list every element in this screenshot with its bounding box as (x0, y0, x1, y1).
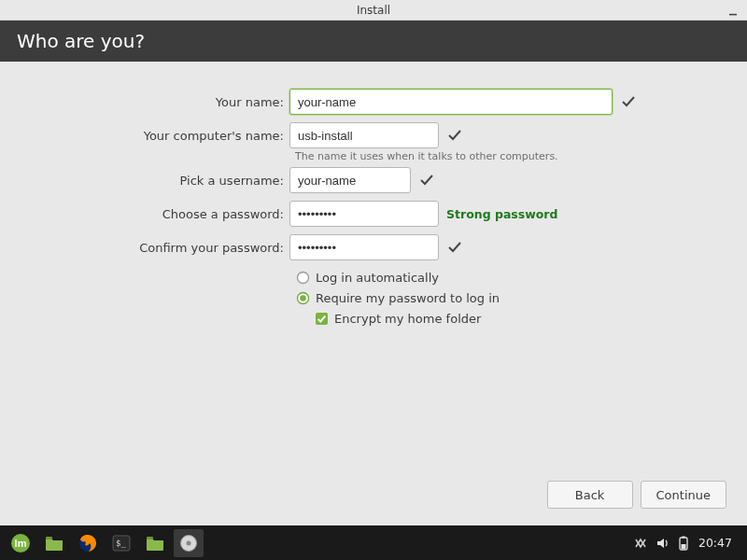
label-name: Your name: (24, 95, 289, 109)
page-title: Who are you? (17, 30, 145, 52)
check-icon (418, 172, 435, 189)
titlebar: Install _ (0, 0, 747, 21)
svg-point-0 (297, 272, 308, 283)
svg-rect-10 (147, 537, 153, 539)
label-pass2: Confirm your password: (24, 241, 289, 255)
svg-rect-14 (682, 536, 684, 538)
option-encrypt-home-label: Encrypt my home folder (334, 312, 481, 326)
label-user: Pick a username: (24, 174, 289, 188)
terminal-icon[interactable]: $_ (106, 529, 136, 557)
page-header: Who are you? (0, 21, 747, 62)
svg-point-2 (300, 295, 306, 301)
network-icon[interactable] (633, 537, 648, 550)
check-icon (446, 239, 463, 256)
password-field[interactable] (289, 201, 439, 227)
username-field[interactable] (289, 167, 411, 193)
computer-name-field[interactable] (289, 122, 439, 148)
minimize-icon[interactable]: _ (726, 3, 740, 16)
check-icon (446, 127, 463, 144)
svg-point-12 (187, 540, 191, 545)
form-area: Your name: Your computer's name: The nam… (0, 62, 747, 525)
volume-icon[interactable] (655, 537, 670, 550)
radio-auto-login[interactable] (295, 270, 310, 285)
confirm-password-field[interactable] (289, 234, 439, 260)
option-require-password-label: Require my password to log in (316, 291, 500, 305)
battery-icon[interactable] (678, 536, 689, 551)
password-strength: Strong password (446, 207, 557, 221)
label-pass: Choose a password: (24, 207, 289, 221)
files-icon-alt[interactable] (140, 529, 170, 557)
continue-button[interactable]: Continue (641, 481, 726, 509)
back-button[interactable]: Back (547, 481, 633, 509)
host-hint: The name it uses when it talks to other … (295, 149, 558, 162)
name-field[interactable] (289, 89, 613, 115)
footer-buttons: Back Continue (547, 481, 726, 509)
check-icon (620, 93, 637, 110)
svg-text:$_: $_ (116, 539, 126, 548)
installer-task-icon[interactable] (174, 529, 204, 557)
taskbar: lm $_ (0, 525, 747, 560)
window-title: Install (357, 4, 390, 17)
mint-menu-icon[interactable]: lm (6, 529, 35, 557)
files-icon[interactable] (39, 529, 69, 557)
checkbox-encrypt-home[interactable] (314, 311, 329, 326)
radio-require-password[interactable] (295, 290, 310, 305)
svg-text:lm: lm (15, 538, 27, 549)
clock[interactable]: 20:47 (697, 536, 738, 550)
option-auto-login-label: Log in automatically (316, 271, 439, 285)
label-host: Your computer's name: (24, 129, 289, 143)
svg-rect-15 (681, 544, 685, 549)
svg-rect-6 (46, 537, 52, 539)
system-tray: 20:47 (633, 536, 741, 551)
installer-window: Install _ Who are you? Your name: Your c… (0, 0, 747, 525)
firefox-icon[interactable] (73, 529, 103, 557)
